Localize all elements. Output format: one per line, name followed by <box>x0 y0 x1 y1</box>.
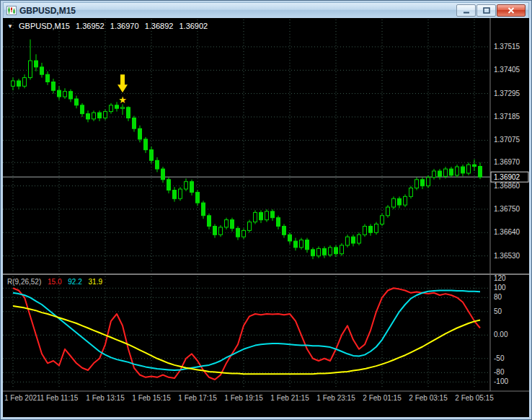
minimize-button[interactable] <box>456 4 476 17</box>
ohlc-high: 1.36970 <box>110 22 139 30</box>
maximize-button[interactable] <box>476 4 496 17</box>
arrow-down-icon <box>118 74 128 92</box>
indicator-line-fast <box>13 288 480 380</box>
indicator-value-3: 31.9 <box>89 278 102 286</box>
chart-annotations: ★ <box>118 74 128 105</box>
ohlc-header: ▼ GBPUSD,M15 1.36952 1.36970 1.36892 1.3… <box>7 22 211 30</box>
time-label: 1 Feb 11:15 <box>40 394 79 402</box>
indicator-value-1: 15.0 <box>48 278 61 286</box>
chart-window-icon <box>6 6 17 15</box>
indicator-line-slow <box>13 306 480 374</box>
time-label: 2 Feb 03:15 <box>409 394 448 402</box>
indicator-axis-label: 120 <box>494 274 506 282</box>
indicator-name: R(9,26,52) <box>7 278 41 286</box>
close-button[interactable] <box>497 4 526 17</box>
price-label: 1.36750 <box>494 205 520 213</box>
price-label: 1.37405 <box>494 66 520 74</box>
time-label: 1 Feb 17:15 <box>178 394 217 402</box>
time-label: 1 Feb 15:15 <box>132 394 171 402</box>
indicator-axis-label: -50 <box>494 354 505 362</box>
time-label: 1 Feb 2021 <box>4 394 41 402</box>
time-label: 1 Feb 13:15 <box>86 394 125 402</box>
indicator-level-lines <box>3 288 490 382</box>
indicator-axis-label: 80 <box>494 293 502 301</box>
indicator-axis-label: -80 <box>494 368 505 376</box>
ohlc-symbol: GBPUSD,M15 <box>19 22 70 30</box>
indicator-label: R(9,26,52) 15.0 92.2 31.9 <box>7 278 107 286</box>
price-label: 1.36530 <box>494 252 520 260</box>
ohlc-close: 1.36902 <box>179 22 208 30</box>
mt4-chart-window: GBPUSD,M15 ★1.375151.374051.372951.37185… <box>0 0 532 420</box>
collapse-arrow-icon[interactable]: ▼ <box>7 23 13 30</box>
price-label: 1.36970 <box>494 158 520 166</box>
window-controls <box>456 4 526 17</box>
ohlc-low: 1.36892 <box>145 22 174 30</box>
star-icon: ★ <box>118 95 127 105</box>
chart-content: ★1.375151.374051.372951.371851.370751.36… <box>3 18 529 417</box>
indicator-axis-label: 0.00 <box>494 331 508 338</box>
time-label: 2 Feb 05:15 <box>455 394 494 402</box>
ohlc-open: 1.36952 <box>76 22 105 30</box>
horizontal-gridlines <box>3 47 490 256</box>
time-label: 1 Feb 21:15 <box>270 394 309 402</box>
price-label: 1.37075 <box>494 136 520 144</box>
indicator-value-2: 92.2 <box>68 278 81 286</box>
time-label: 1 Feb 19:15 <box>224 394 263 402</box>
window-titlebar[interactable]: GBPUSD,M15 <box>3 2 529 18</box>
price-label: 1.37515 <box>494 43 520 51</box>
price-label: 1.37295 <box>494 89 520 97</box>
candlestick-series <box>12 40 482 260</box>
price-label: 1.36860 <box>494 182 520 190</box>
indicator-axis-label: 100 <box>494 284 506 292</box>
indicator-axis-label: 50 <box>494 307 502 315</box>
time-label: 1 Feb 23:15 <box>316 394 355 402</box>
price-axis[interactable]: 1.375151.374051.372951.371851.370751.369… <box>491 43 528 260</box>
indicator-axis[interactable]: 12010080500.00-50-80-100 <box>494 274 508 385</box>
current-price-label: 1.36902 <box>494 173 520 181</box>
window-title: GBPUSD,M15 <box>19 6 76 16</box>
indicator-lines <box>13 288 480 380</box>
price-label: 1.37185 <box>494 113 520 121</box>
chart-canvas[interactable]: ★1.375151.374051.372951.371851.370751.36… <box>3 18 529 417</box>
indicator-axis-label: -100 <box>494 377 508 385</box>
price-label: 1.36640 <box>494 228 520 236</box>
time-label: 2 Feb 01:15 <box>363 394 402 402</box>
time-axis[interactable]: 1 Feb 20211 Feb 11:151 Feb 13:151 Feb 15… <box>4 394 494 402</box>
